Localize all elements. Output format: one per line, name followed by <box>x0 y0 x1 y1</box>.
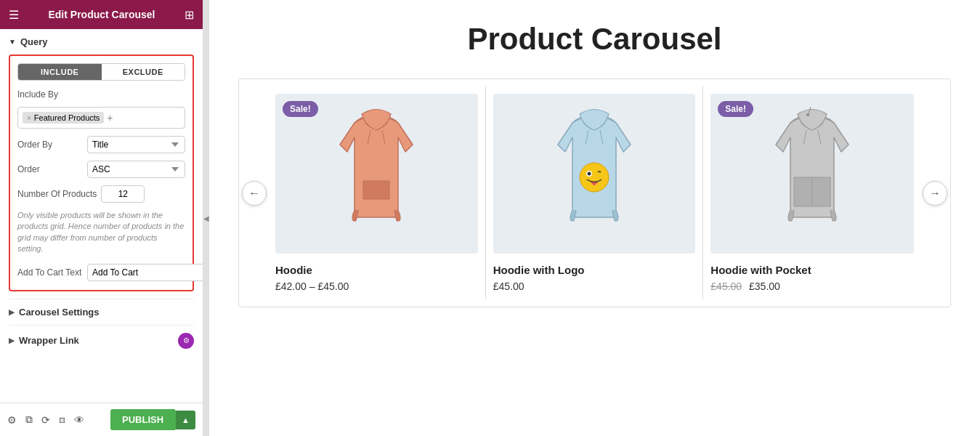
footer-icons: ⚙ ⧉ ⟳ ⧈ 👁 <box>7 413 84 426</box>
product-price: £45.00 <box>493 280 525 292</box>
svg-point-2 <box>580 163 609 192</box>
layers-icon[interactable]: ⧉ <box>25 413 33 426</box>
history-icon[interactable]: ⟳ <box>41 414 50 426</box>
product-image-wrap: Sale! <box>710 94 914 254</box>
eye-icon[interactable]: 👁 <box>74 414 84 426</box>
query-box: INCLUDE EXCLUDE Include By × Featured Pr… <box>9 54 194 291</box>
strikethrough-price: £45.00 <box>710 280 742 292</box>
carousel-title: Product Carousel <box>467 22 721 57</box>
product-card: Sale! <box>703 86 921 299</box>
include-by-row: Include By <box>17 89 185 100</box>
add-to-cart-row: Add To Cart Text ≡ <box>17 262 185 283</box>
num-products-row: Number Of Products <box>17 185 185 203</box>
wrapper-link-toggle[interactable]: ▶ Wrapper Link <box>9 335 79 346</box>
wrapper-link-icon[interactable]: ⚙ <box>178 333 194 349</box>
tag-label: Featured Products <box>34 113 100 122</box>
sale-price: £35.00 <box>749 280 780 292</box>
carousel-next-button[interactable]: → <box>923 181 947 206</box>
sidebar-footer: ⚙ ⧉ ⟳ ⧈ 👁 PUBLISH ▲ <box>0 403 203 436</box>
notice-text: Only visible products will be shown in t… <box>17 210 185 255</box>
sidebar-content: ▼ Query INCLUDE EXCLUDE Include By × Fea… <box>0 29 203 403</box>
chevron-right-icon: ▶ <box>9 308 15 316</box>
hoodie-logo-image <box>536 101 652 246</box>
chevron-down-icon: ▼ <box>9 38 16 46</box>
products-grid: Sale! <box>268 86 921 299</box>
carousel-settings-section: ▶ Carousel Settings <box>9 299 194 325</box>
product-price: £45.00 £35.00 <box>710 280 780 292</box>
wrapper-link-section: ▶ Wrapper Link ⚙ <box>9 325 194 356</box>
query-section-toggle[interactable]: ▼ Query <box>9 36 194 47</box>
add-to-cart-input[interactable] <box>87 264 203 281</box>
num-products-input[interactable] <box>101 185 145 203</box>
include-by-tags[interactable]: × Featured Products + <box>17 107 185 129</box>
include-exclude-tabs: INCLUDE EXCLUDE <box>17 63 185 81</box>
carousel-prev-button[interactable]: ← <box>242 181 267 206</box>
add-to-cart-label: Add To Cart Text <box>17 267 83 278</box>
chevron-right-icon-2: ▶ <box>9 336 15 344</box>
product-price: £42.00 – £45.00 <box>275 280 349 292</box>
order-select[interactable]: ASC DESC <box>87 161 185 178</box>
product-card: Hoodie with Logo £45.00 <box>486 86 704 299</box>
order-by-row: Order By Title Date Price <box>17 136 185 153</box>
product-card: Sale! <box>268 86 486 299</box>
carousel-settings-label: Carousel Settings <box>19 307 100 318</box>
duplicate-icon[interactable]: ⧈ <box>59 413 65 426</box>
order-by-select[interactable]: Title Date Price <box>87 136 185 153</box>
sidebar-header: ☰ Edit Product Carousel ⊞ <box>0 0 203 29</box>
sale-badge: Sale! <box>718 101 753 117</box>
order-by-label: Order By <box>17 140 83 150</box>
query-label: Query <box>20 36 48 47</box>
main-content: Product Carousel ← → Sale! <box>209 0 980 436</box>
sidebar-header-title: Edit Product Carousel <box>48 9 155 20</box>
add-tag-button[interactable]: + <box>107 112 113 124</box>
featured-products-tag[interactable]: × Featured Products <box>23 112 104 124</box>
sidebar: ☰ Edit Product Carousel ⊞ ▼ Query INCLUD… <box>0 0 203 436</box>
product-image-wrap: Sale! <box>275 94 478 254</box>
sale-badge: Sale! <box>283 101 318 117</box>
order-label: Order <box>17 164 83 174</box>
product-name: Hoodie with Pocket <box>710 264 811 276</box>
order-row: Order ASC DESC <box>17 161 185 178</box>
settings-icon[interactable]: ⚙ <box>7 414 17 426</box>
hoodie-image <box>318 101 434 246</box>
panel-divider[interactable] <box>203 0 209 436</box>
product-name: Hoodie with Logo <box>493 264 585 276</box>
num-products-label: Number Of Products <box>17 189 97 199</box>
exclude-tab[interactable]: EXCLUDE <box>102 64 185 80</box>
hoodie-pocket-image <box>754 101 870 246</box>
product-name: Hoodie <box>275 264 312 276</box>
publish-dropdown-button[interactable]: ▲ <box>175 411 195 429</box>
carousel-settings-toggle[interactable]: ▶ Carousel Settings <box>9 307 194 318</box>
publish-group: PUBLISH ▲ <box>110 409 195 430</box>
svg-point-4 <box>587 172 591 176</box>
carousel-wrapper: ← → Sale! <box>238 78 951 307</box>
svg-point-8 <box>806 113 809 116</box>
tag-x-icon[interactable]: × <box>27 114 31 122</box>
include-tab[interactable]: INCLUDE <box>18 64 102 80</box>
include-by-label: Include By <box>17 89 83 100</box>
grid-icon[interactable]: ⊞ <box>185 8 194 22</box>
publish-button[interactable]: PUBLISH <box>110 409 175 430</box>
product-image-wrap <box>493 94 696 254</box>
hamburger-icon[interactable]: ☰ <box>9 8 19 22</box>
wrapper-link-label: Wrapper Link <box>19 335 79 346</box>
